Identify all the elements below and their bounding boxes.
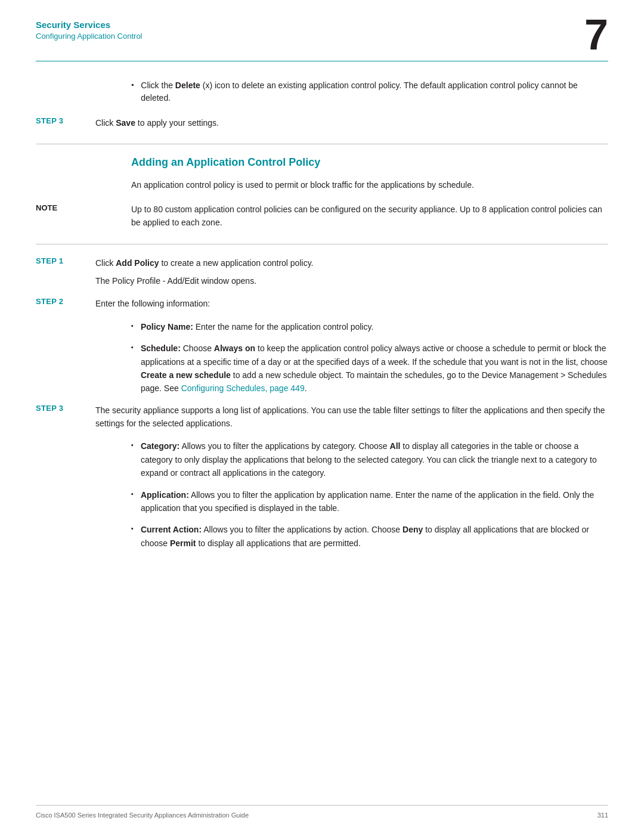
bullet-marker-pn: ▪ (131, 322, 134, 329)
chapter-subtitle: Configuring Application Control (36, 31, 143, 42)
step-content-1: Click Add Policy to create a new applica… (95, 256, 608, 288)
bullet-text-pn: Policy Name: Enter the name for the appl… (141, 320, 608, 333)
step-content-save: Click Save to apply your settings. (95, 116, 608, 129)
step-content-2: Enter the following information: (95, 297, 608, 310)
chapter-number: 7 (584, 13, 608, 56)
section-heading: Adding an Application Control Policy (131, 156, 608, 169)
step1-main-text: Click Add Policy to create a new applica… (95, 256, 608, 270)
bullet-text-cat: Category: Allows you to filter the appli… (141, 439, 608, 479)
step-label-1: STEP 1 (36, 256, 95, 265)
bullet-policy-name: ▪ Policy Name: Enter the name for the ap… (131, 320, 608, 333)
note-label: NOTE (36, 203, 95, 212)
header-left: Security Services Configuring Applicatio… (36, 19, 143, 42)
bullet-marker: ▪ (131, 80, 134, 89)
section-rule-1 (36, 144, 608, 144)
step-label-3: STEP 3 (36, 404, 95, 413)
bullet-text-ca: Current Action: Allows you to filter the… (141, 523, 608, 550)
step3-bullets: ▪ Category: Allows you to filter the app… (131, 439, 608, 550)
configuring-schedules-link[interactable]: Configuring Schedules, page 449 (181, 383, 305, 393)
bullet-current-action: ▪ Current Action: Allows you to filter t… (131, 523, 608, 550)
bullet-text-delete: Click the Delete (x) icon to delete an e… (141, 79, 608, 104)
bullet-category: ▪ Category: Allows you to filter the app… (131, 439, 608, 479)
bullet-marker-cat: ▪ (131, 441, 134, 448)
footer-content: Cisco ISA500 Series Integrated Security … (36, 812, 608, 819)
step-content-3: The security appliance supports a long l… (95, 404, 608, 431)
note-content: Up to 80 custom application control poli… (131, 203, 608, 230)
section-rule-2 (36, 244, 608, 244)
step-row-2: STEP 2 Enter the following information: (36, 297, 608, 310)
footer-title: Cisco ISA500 Series Integrated Security … (36, 812, 249, 819)
bullet-item-delete: ▪ Click the Delete (x) icon to delete an… (131, 79, 608, 104)
bullet-schedule: ▪ Schedule: Choose Always on to keep the… (131, 342, 608, 395)
step-label-2: STEP 2 (36, 297, 95, 306)
bullet-text-app: Application: Allows you to filter the ap… (141, 488, 608, 515)
chapter-label: Security Services (36, 19, 143, 31)
footer-page: 311 (597, 812, 608, 819)
step-row-save: STEP 3 Click Save to apply your settings… (36, 116, 608, 129)
bullet-text-sched: Schedule: Choose Always on to keep the a… (141, 342, 608, 395)
top-bullets: ▪ Click the Delete (x) icon to delete an… (131, 79, 608, 104)
step2-bullets: ▪ Policy Name: Enter the name for the ap… (131, 320, 608, 395)
header-top: Security Services Configuring Applicatio… (36, 19, 608, 56)
section-intro: An application control policy is used to… (131, 178, 608, 191)
note-row: NOTE Up to 80 custom application control… (36, 203, 608, 230)
footer-rule (36, 805, 608, 806)
bullet-marker-sched: ▪ (131, 343, 134, 351)
step1-sub-text: The Policy Profile - Add/Edit window ope… (95, 274, 608, 287)
page-header: Security Services Configuring Applicatio… (0, 0, 644, 56)
page-footer: Cisco ISA500 Series Integrated Security … (0, 805, 644, 819)
bullet-application: ▪ Application: Allows you to filter the … (131, 488, 608, 515)
step-row-1: STEP 1 Click Add Policy to create a new … (36, 256, 608, 288)
step-row-3: STEP 3 The security appliance supports a… (36, 404, 608, 431)
bullet-marker-app: ▪ (131, 490, 134, 497)
step-label-3-top: STEP 3 (36, 116, 95, 125)
bullet-marker-ca: ▪ (131, 525, 134, 532)
page-container: Security Services Configuring Applicatio… (0, 0, 644, 833)
content-area: ▪ Click the Delete (x) icon to delete an… (0, 61, 644, 606)
